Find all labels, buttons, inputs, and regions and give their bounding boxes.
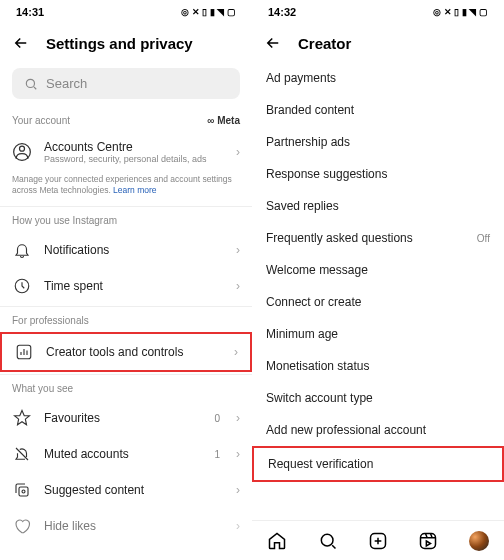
nav-reels[interactable] <box>417 530 439 552</box>
chevron-right-icon: › <box>234 345 238 359</box>
section-how-you-use: How you use Instagram <box>0 209 252 232</box>
svg-point-1 <box>20 146 25 151</box>
chevron-right-icon: › <box>236 447 240 461</box>
item-label: Add new professional account <box>266 423 426 437</box>
header: Settings and privacy <box>0 24 252 62</box>
creator-item-minimum-age[interactable]: Minimum age <box>252 318 504 350</box>
creator-item-saved-replies[interactable]: Saved replies <box>252 190 504 222</box>
bell-icon <box>12 240 32 260</box>
row-label: Notifications <box>44 243 224 257</box>
status-bar: 14:32 ◎ ✕ ▯ ▮ ◥ ▢ <box>252 0 504 24</box>
creator-item-request-verification[interactable]: Request verification <box>252 446 504 482</box>
learn-more-link[interactable]: Learn more <box>113 185 156 195</box>
bell-off-icon <box>12 444 32 464</box>
row-label: Hide likes <box>44 519 224 533</box>
user-icon <box>12 142 32 162</box>
row-label: Time spent <box>44 279 224 293</box>
creator-item-connect-or-create[interactable]: Connect or create <box>252 286 504 318</box>
back-button[interactable] <box>264 34 282 52</box>
section-for-professionals: For professionals <box>0 309 252 332</box>
status-bar: 14:31 ◎ ✕ ▯ ▮ ◥ ▢ <box>0 0 252 24</box>
row-label: Creator tools and controls <box>46 345 222 359</box>
chevron-right-icon: › <box>236 519 240 533</box>
item-label: Frequently asked questions <box>266 231 413 245</box>
creator-tools-row[interactable]: Creator tools and controls › <box>0 332 252 372</box>
divider <box>0 374 252 375</box>
back-button[interactable] <box>12 34 30 52</box>
page-title: Settings and privacy <box>46 35 193 52</box>
nav-new-post[interactable] <box>367 530 389 552</box>
item-trail: Off <box>477 233 490 244</box>
copy-icon <box>12 480 32 500</box>
accounts-centre-row[interactable]: Accounts Centre Password, security, pers… <box>0 132 252 172</box>
favourites-count: 0 <box>214 413 220 424</box>
creator-list: Ad paymentsBranded contentPartnership ad… <box>252 62 504 482</box>
time-spent-row[interactable]: Time spent › <box>0 268 252 304</box>
favourites-row[interactable]: Favourites 0 › <box>0 400 252 436</box>
creator-item-response-suggestions[interactable]: Response suggestions <box>252 158 504 190</box>
bottom-nav <box>252 520 504 560</box>
muted-accounts-row[interactable]: Muted accounts 1 › <box>0 436 252 472</box>
item-label: Minimum age <box>266 327 338 341</box>
svg-point-6 <box>22 490 25 493</box>
item-label: Switch account type <box>266 391 373 405</box>
chevron-right-icon: › <box>236 243 240 257</box>
item-label: Saved replies <box>266 199 339 213</box>
nav-search[interactable] <box>317 530 339 552</box>
accounts-centre-sub: Password, security, personal details, ad… <box>44 154 224 164</box>
divider <box>0 306 252 307</box>
hide-likes-row[interactable]: Hide likes › <box>0 508 252 544</box>
notifications-row[interactable]: Notifications › <box>0 232 252 268</box>
item-label: Response suggestions <box>266 167 387 181</box>
accounts-centre-title: Accounts Centre <box>44 140 224 154</box>
row-label: Suggested content <box>44 483 224 497</box>
heart-icon <box>12 516 32 536</box>
status-time: 14:31 <box>16 6 44 18</box>
meta-badge: ∞ Meta <box>207 115 240 126</box>
chart-icon <box>14 342 34 362</box>
chevron-right-icon: › <box>236 483 240 497</box>
avatar <box>469 531 489 551</box>
search-placeholder: Search <box>46 76 87 91</box>
fine-print: Manage your connected experiences and ac… <box>0 172 252 204</box>
section-label-text: Your account <box>12 115 70 126</box>
item-label: Welcome message <box>266 263 368 277</box>
item-label: Monetisation status <box>266 359 369 373</box>
muted-count: 1 <box>214 449 220 460</box>
row-label: Favourites <box>44 411 202 425</box>
divider <box>0 206 252 207</box>
item-label: Request verification <box>268 457 373 471</box>
creator-item-add-new-professional-account[interactable]: Add new professional account <box>252 414 504 446</box>
item-label: Branded content <box>266 103 354 117</box>
screen-creator: 14:32 ◎ ✕ ▯ ▮ ◥ ▢ Creator Ad paymentsBra… <box>252 0 504 560</box>
nav-profile[interactable] <box>468 530 490 552</box>
svg-rect-5 <box>19 487 28 496</box>
nav-home[interactable] <box>266 530 288 552</box>
search-input[interactable]: Search <box>12 68 240 99</box>
screen-settings: 14:31 ◎ ✕ ▯ ▮ ◥ ▢ Settings and privacy S… <box>0 0 252 560</box>
svg-rect-9 <box>421 533 436 548</box>
status-icons: ◎ ✕ ▯ ▮ ◥ ▢ <box>433 7 488 17</box>
creator-item-frequently-asked-questions[interactable]: Frequently asked questionsOff <box>252 222 504 254</box>
status-icons: ◎ ✕ ▯ ▮ ◥ ▢ <box>181 7 236 17</box>
item-label: Partnership ads <box>266 135 350 149</box>
section-what-you-see: What you see <box>0 377 252 400</box>
creator-item-partnership-ads[interactable]: Partnership ads <box>252 126 504 158</box>
svg-point-0 <box>26 79 34 87</box>
header: Creator <box>252 24 504 62</box>
creator-item-switch-account-type[interactable]: Switch account type <box>252 382 504 414</box>
search-icon <box>24 77 38 91</box>
status-time: 14:32 <box>268 6 296 18</box>
creator-item-monetisation-status[interactable]: Monetisation status <box>252 350 504 382</box>
creator-item-welcome-message[interactable]: Welcome message <box>252 254 504 286</box>
suggested-content-row[interactable]: Suggested content › <box>0 472 252 508</box>
star-icon <box>12 408 32 428</box>
chevron-right-icon: › <box>236 411 240 425</box>
page-title: Creator <box>298 35 351 52</box>
creator-item-ad-payments[interactable]: Ad payments <box>252 62 504 94</box>
section-your-account: Your account ∞ Meta <box>0 109 252 132</box>
creator-item-branded-content[interactable]: Branded content <box>252 94 504 126</box>
row-text: Accounts Centre Password, security, pers… <box>44 140 224 164</box>
item-label: Ad payments <box>266 71 336 85</box>
chevron-right-icon: › <box>236 145 240 159</box>
